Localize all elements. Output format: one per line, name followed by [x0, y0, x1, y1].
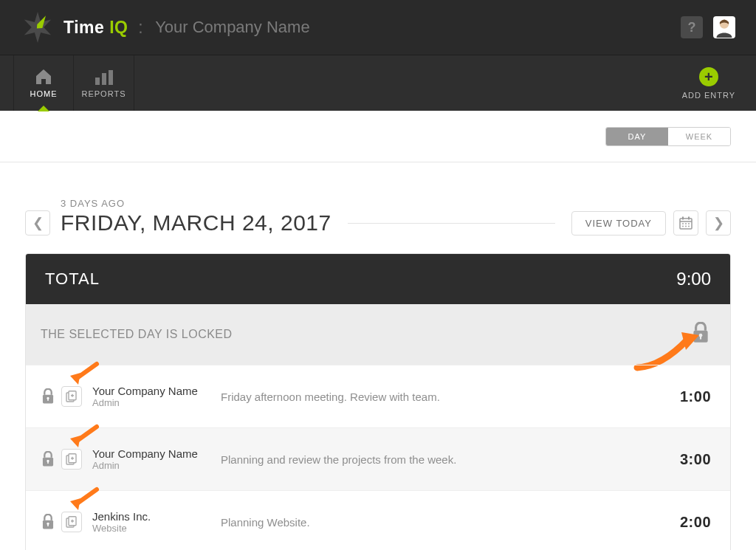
svg-marker-41 [70, 498, 80, 510]
svg-point-16 [685, 223, 687, 224]
entries-card: TOTAL 9:00 THE SELECTED DAY IS LOCKED [25, 253, 731, 550]
entry-time: 1:00 [680, 388, 711, 405]
svg-rect-23 [700, 335, 701, 339]
copy-entry-button[interactable] [61, 512, 82, 532]
toggle-day[interactable]: DAY [606, 128, 668, 145]
question-icon: ? [688, 20, 696, 35]
svg-rect-10 [109, 70, 113, 85]
copy-icon [66, 453, 78, 465]
entry-description: Friday afternoon meeting. Review with te… [221, 391, 670, 403]
total-header: TOTAL 9:00 [26, 254, 730, 304]
add-entry-label: ADD ENTRY [682, 91, 735, 100]
calendar-icon [679, 216, 693, 230]
next-day-button[interactable]: ❯ [706, 210, 731, 236]
chevron-right-icon: ❯ [713, 215, 724, 231]
prev-day-button[interactable]: ❮ [25, 210, 50, 236]
entry-company: Your Company Name [92, 385, 210, 397]
add-entry-button[interactable]: + ADD ENTRY [682, 55, 735, 111]
calendar-button[interactable] [673, 210, 698, 236]
lock-icon [41, 451, 57, 467]
home-icon [35, 69, 52, 85]
relative-date: 3 DAYS AGO [61, 198, 331, 209]
copy-entry-button[interactable] [61, 386, 82, 407]
svg-rect-36 [47, 461, 49, 464]
svg-rect-28 [47, 398, 49, 401]
entry-role: Admin [92, 397, 210, 408]
total-value: 9:00 [676, 269, 711, 289]
toggle-week[interactable]: WEEK [668, 128, 730, 145]
svg-marker-25 [70, 373, 80, 385]
time-entry-row: Your Company Name Admin Friday afternoon… [26, 365, 730, 427]
arrow-annotation-icon [67, 424, 100, 449]
svg-point-17 [688, 223, 690, 224]
copy-entry-button[interactable] [61, 449, 82, 470]
lock-icon [690, 322, 711, 347]
day-week-toggle: DAY WEEK [605, 127, 731, 146]
locked-message: THE SELECTED DAY IS LOCKED [41, 328, 233, 341]
total-label: TOTAL [45, 269, 100, 289]
divider [348, 223, 555, 224]
nav-reports[interactable]: REPORTS [74, 55, 134, 111]
view-today-button[interactable]: VIEW TODAY [571, 211, 666, 236]
entry-role: Website [92, 523, 210, 534]
time-entry-row: Jenkins Inc. Website Planning Website. 2… [26, 490, 730, 550]
svg-rect-14 [688, 217, 690, 220]
company-name: Your Company Name [155, 18, 310, 37]
svg-point-19 [685, 226, 687, 227]
brand-block: Time IQ : Your Company Name [21, 10, 310, 44]
svg-point-20 [688, 226, 690, 227]
nav-home-label: HOME [30, 89, 58, 98]
help-button[interactable]: ? [681, 16, 703, 38]
locked-banner: THE SELECTED DAY IS LOCKED [26, 304, 730, 365]
navbar: HOME REPORTS + ADD ENTRY [0, 55, 756, 111]
arrow-annotation-icon [67, 361, 100, 386]
entry-description: Planning and review the projects from th… [221, 453, 670, 466]
entry-time: 2:00 [680, 514, 711, 531]
entry-role: Admin [92, 460, 210, 471]
nav-home[interactable]: HOME [13, 55, 74, 111]
entry-time: 3:00 [680, 451, 711, 468]
logo-icon [21, 10, 55, 44]
plus-icon: + [699, 67, 718, 86]
view-toggle-strip: DAY WEEK [0, 111, 756, 162]
bar-chart-icon [94, 69, 114, 85]
svg-rect-13 [682, 217, 684, 220]
svg-marker-33 [70, 436, 80, 447]
lock-icon [41, 514, 57, 530]
entry-description: Planning Website. [221, 516, 670, 529]
chevron-left-icon: ❮ [32, 215, 44, 231]
lock-icon [41, 388, 57, 405]
nav-reports-label: REPORTS [82, 89, 126, 98]
copy-icon [66, 516, 78, 528]
svg-rect-44 [47, 523, 49, 526]
logo-text: Time IQ : [63, 18, 143, 38]
topbar: Time IQ : Your Company Name ? [0, 0, 756, 55]
svg-point-18 [682, 226, 684, 227]
entry-company: Jenkins Inc. [92, 510, 210, 523]
svg-rect-8 [95, 78, 100, 85]
date-header: ❮ 3 DAYS AGO FRIDAY, MARCH 24, 2017 VIEW… [0, 162, 756, 253]
svg-rect-9 [102, 73, 106, 85]
full-date: FRIDAY, MARCH 24, 2017 [61, 210, 331, 236]
entry-company: Your Company Name [92, 447, 210, 460]
svg-point-15 [682, 223, 684, 224]
user-avatar[interactable] [713, 16, 735, 38]
copy-icon [66, 391, 78, 402]
time-entry-row: Your Company Name Admin Planning and rev… [26, 427, 730, 490]
arrow-annotation-icon [67, 487, 100, 512]
